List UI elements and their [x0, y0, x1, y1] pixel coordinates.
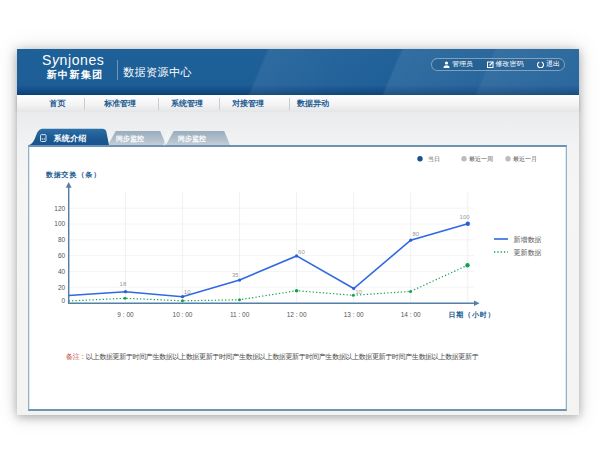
- svg-text:最近一月: 最近一月: [513, 156, 537, 163]
- svg-text:18: 18: [120, 281, 127, 287]
- svg-text:0: 0: [62, 297, 66, 304]
- svg-text:14 : 00: 14 : 00: [401, 311, 421, 318]
- svg-text:80: 80: [58, 236, 66, 243]
- svg-text:9 : 00: 9 : 00: [117, 311, 134, 318]
- svg-text:10: 10: [355, 289, 362, 295]
- svg-text:当日: 当日: [428, 156, 440, 163]
- svg-text:数据交换（条）: 数据交换（条）: [46, 170, 101, 179]
- svg-text:100: 100: [460, 214, 471, 220]
- svg-text:最近一周: 最近一周: [469, 156, 493, 162]
- svg-text:更新数据: 更新数据: [514, 248, 542, 257]
- svg-text:35: 35: [232, 272, 239, 278]
- svg-text:10: 10: [184, 289, 191, 295]
- svg-text:12 : 00: 12 : 00: [287, 311, 307, 318]
- svg-text:80: 80: [412, 231, 419, 237]
- svg-text:120: 120: [54, 205, 65, 212]
- svg-text:100: 100: [54, 220, 65, 227]
- svg-text:新增数据: 新增数据: [514, 235, 542, 244]
- svg-text:40: 40: [58, 268, 66, 275]
- svg-text:60: 60: [298, 249, 305, 255]
- svg-text:11 : 00: 11 : 00: [230, 311, 250, 318]
- svg-text:日期（小时）: 日期（小时）: [449, 311, 496, 319]
- svg-text:13 : 00: 13 : 00: [344, 311, 364, 318]
- svg-text:10 : 00: 10 : 00: [173, 311, 193, 318]
- svg-text:60: 60: [58, 252, 66, 259]
- svg-text:20: 20: [58, 284, 66, 291]
